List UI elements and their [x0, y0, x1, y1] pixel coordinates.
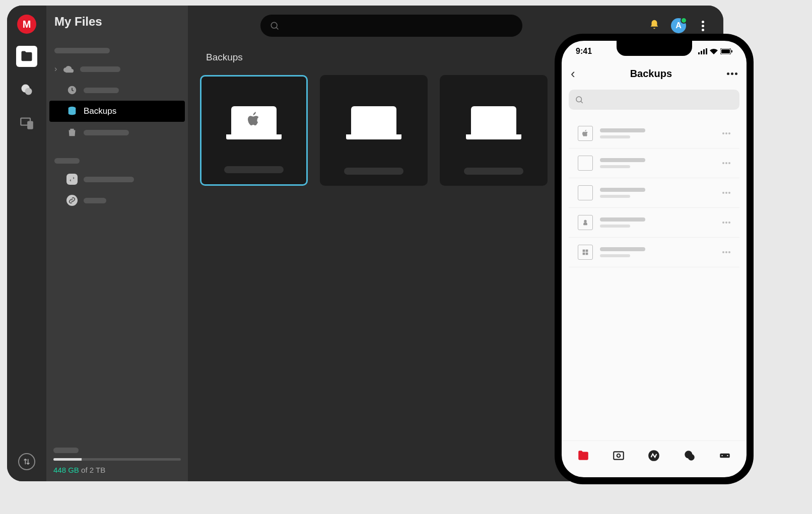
backup-card-mac[interactable]	[200, 75, 308, 186]
sidebar-item-incoming[interactable]	[46, 169, 188, 190]
phone-menu-button[interactable]	[727, 72, 737, 75]
sidebar-item-cloud-drive[interactable]: ›	[46, 58, 188, 80]
storage-indicator: 448 GB of 2 TB	[46, 448, 188, 474]
svg-rect-20	[583, 250, 585, 252]
phone-row-linux[interactable]	[569, 208, 739, 238]
svg-rect-14	[706, 48, 707, 54]
tab-home[interactable]	[647, 449, 660, 464]
sidebar-item-backups[interactable]: Backups	[49, 101, 185, 122]
apple-icon	[578, 126, 593, 141]
laptop-icon	[578, 185, 593, 200]
svg-rect-11	[698, 52, 700, 54]
svg-rect-21	[586, 250, 588, 252]
row-menu-icon[interactable]	[722, 132, 730, 134]
row-menu-icon[interactable]	[722, 222, 730, 224]
devices-nav-icon[interactable]	[16, 112, 37, 133]
sidebar-item-recents[interactable]	[46, 80, 188, 101]
sidebar-item-trash[interactable]	[46, 122, 188, 143]
phone-row-generic-1[interactable]	[569, 149, 739, 178]
status-time: 9:41	[576, 47, 592, 56]
svg-rect-29	[720, 454, 730, 458]
database-icon	[66, 106, 78, 117]
svg-point-28	[688, 454, 694, 461]
phone-backup-list	[562, 119, 747, 440]
link-icon	[66, 195, 78, 206]
mega-logo: M	[17, 15, 36, 34]
svg-rect-23	[586, 253, 588, 255]
files-nav-icon[interactable]	[16, 46, 37, 67]
phone-mockup: 9:41 ‹ Backups	[555, 34, 754, 484]
nav-rail: M	[7, 6, 46, 481]
svg-point-18	[576, 97, 582, 102]
row-menu-icon[interactable]	[722, 251, 730, 253]
svg-rect-22	[583, 253, 585, 255]
phone-row-generic-2[interactable]	[569, 178, 739, 208]
phone-title: Backups	[575, 68, 727, 80]
svg-rect-24	[614, 452, 624, 459]
phone-nav-header: ‹ Backups	[562, 62, 747, 89]
sidebar: My Files › Backups	[46, 6, 188, 481]
windows-icon	[578, 245, 593, 260]
cloud-icon	[63, 63, 74, 75]
svg-rect-3	[28, 122, 32, 129]
storage-used: 448 GB	[53, 466, 79, 474]
row-menu-icon[interactable]	[722, 192, 730, 194]
row-menu-icon[interactable]	[722, 162, 730, 164]
user-avatar[interactable]: A	[671, 18, 686, 33]
backup-card-generic-1[interactable]	[320, 75, 428, 186]
svg-point-1	[25, 88, 32, 95]
svg-rect-17	[731, 50, 732, 52]
sidebar-title: My Files	[46, 15, 188, 29]
trash-icon	[66, 127, 78, 138]
svg-point-6	[272, 22, 278, 28]
svg-rect-16	[721, 49, 730, 53]
clock-icon	[66, 85, 78, 96]
linux-icon	[578, 215, 593, 230]
tab-photos[interactable]	[612, 449, 625, 464]
storage-total: of 2 TB	[81, 466, 105, 474]
svg-rect-12	[701, 51, 702, 54]
chat-nav-icon[interactable]	[16, 79, 37, 100]
tab-transfers[interactable]	[718, 449, 731, 464]
laptop-icon	[578, 156, 593, 171]
notifications-icon[interactable]	[649, 19, 660, 32]
svg-point-25	[617, 454, 621, 458]
svg-point-19	[584, 220, 586, 223]
sidebar-item-links[interactable]	[46, 190, 188, 211]
incoming-icon	[66, 174, 78, 185]
sidebar-item-placeholder-1[interactable]	[46, 43, 188, 58]
tab-files[interactable]	[577, 449, 590, 464]
backup-card-generic-2[interactable]	[440, 75, 548, 186]
menu-button[interactable]	[697, 20, 709, 32]
back-button[interactable]: ‹	[571, 66, 575, 82]
phone-row-mac[interactable]	[569, 119, 739, 149]
phone-tabbar	[562, 440, 747, 477]
phone-row-windows[interactable]	[569, 238, 739, 267]
sidebar-section-header	[46, 153, 188, 169]
search-input[interactable]	[260, 15, 522, 37]
backups-label: Backups	[84, 106, 116, 116]
transfers-button[interactable]	[18, 453, 35, 470]
phone-search-input[interactable]	[569, 90, 739, 110]
tab-chat[interactable]	[683, 449, 696, 464]
svg-rect-13	[703, 49, 705, 54]
